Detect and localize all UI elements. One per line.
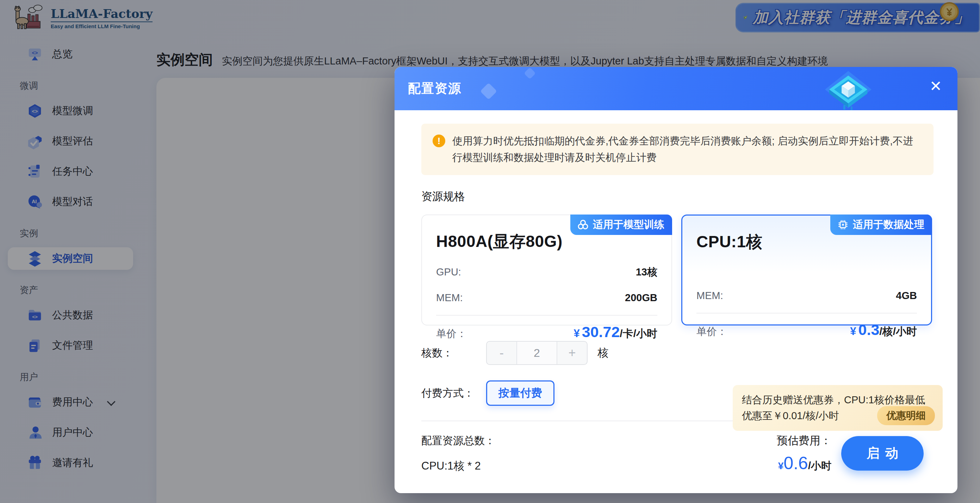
resource-total-label: 配置资源总数： <box>421 434 495 448</box>
price-value: ¥ 0.3 /核/小时 <box>850 321 917 339</box>
resource-card-cpu[interactable]: 适用于数据处理 CPU:1核 MEM: 4GB 单价： ¥ 0.3 /核/小时 <box>681 215 932 325</box>
spec-value: 4GB <box>896 290 917 301</box>
cube-platform-illustration-icon <box>804 70 892 110</box>
core-count-row: 核数： - 2 + 核 <box>421 341 934 365</box>
billing-notice: ! 使用算力时优先抵扣临期的代金券,代金券全部消费完毕后消费账户余额; 启动实例… <box>421 124 934 175</box>
close-icon[interactable]: ✕ <box>930 79 942 94</box>
resource-cards: 适用于模型训练 H800A(显存80G) GPU: 13核 MEM: 200GB… <box>421 215 934 325</box>
estimated-cost: 预估费用： ¥ 0.6 /小时 <box>777 433 831 473</box>
card-badge-label: 适用于模型训练 <box>593 218 664 232</box>
resource-total-value: CPU:1核 * 2 <box>421 458 495 473</box>
cpu-chip-icon <box>837 219 849 230</box>
price-unit: /卡/小时 <box>620 326 657 341</box>
start-button[interactable]: 启动 <box>841 436 924 471</box>
modal-body: ! 使用算力时优先抵扣临期的代金券,代金券全部消费完毕后消费账户余额; 启动实例… <box>395 110 958 473</box>
price-label: 单价： <box>697 325 727 339</box>
spec-value: 200GB <box>625 292 657 304</box>
configure-resources-modal: 配置资源 ✕ ! 使用算力时优先抵扣临期的代金券,代金券全部消费完毕后消费账户余… <box>395 67 958 493</box>
estimated-cost-label: 预估费用： <box>777 433 831 448</box>
gpu-cluster-icon <box>578 219 589 230</box>
card-badge-label: 适用于数据处理 <box>853 218 924 232</box>
spec-label: GPU: <box>436 266 461 278</box>
estimated-cost-amount: ¥ 0.6 /小时 <box>777 453 831 473</box>
card-price-row: 单价： ¥ 30.72 /卡/小时 <box>436 315 657 341</box>
core-count-value[interactable]: 2 <box>516 342 557 364</box>
core-count-unit: 核 <box>597 345 608 360</box>
increment-button[interactable]: + <box>557 342 587 364</box>
card-badge: 适用于模型训练 <box>570 215 672 235</box>
modal-header: 配置资源 ✕ <box>395 67 958 110</box>
core-count-label: 核数： <box>421 346 486 360</box>
card-price-row: 单价： ¥ 0.3 /核/小时 <box>697 314 917 339</box>
price-unit: /核/小时 <box>879 325 917 339</box>
currency-symbol: ¥ <box>850 325 856 338</box>
price-value: ¥ 30.72 /卡/小时 <box>573 323 657 341</box>
spec-label: MEM: <box>436 292 463 304</box>
payment-method-label: 付费方式： <box>421 386 486 401</box>
coupon-detail-button[interactable]: 优惠明细 <box>877 406 935 425</box>
warning-icon: ! <box>433 135 445 147</box>
currency-symbol: ¥ <box>573 327 579 340</box>
card-spec-row: MEM: 4GB <box>697 290 917 301</box>
card-spec-row: GPU: 13核 <box>436 265 657 279</box>
price-number: 0.3 <box>859 321 880 339</box>
resource-spec-label: 资源规格 <box>421 189 934 204</box>
pay-as-you-go-option[interactable]: 按量付费 <box>486 380 554 406</box>
currency-symbol: ¥ <box>778 460 784 472</box>
spec-value: 13核 <box>636 265 657 279</box>
modal-title: 配置资源 <box>408 80 461 97</box>
billing-notice-text: 使用算力时优先抵扣临期的代金券,代金券全部消费完毕后消费账户余额; 启动实例后立… <box>452 133 923 166</box>
card-badge: 适用于数据处理 <box>830 215 932 235</box>
coupon-banner: 结合历史赠送优惠券，CPU:1核价格最低优惠至￥0.01/核/小时 优惠明细 <box>733 385 943 431</box>
price-number: 30.72 <box>582 323 620 341</box>
estimated-cost-number: 0.6 <box>783 453 808 473</box>
card-spec-row: MEM: 200GB <box>436 292 657 304</box>
resource-total: 配置资源总数： CPU:1核 * 2 <box>421 434 495 473</box>
resource-card-h800a[interactable]: 适用于模型训练 H800A(显存80G) GPU: 13核 MEM: 200GB… <box>421 215 672 325</box>
core-count-stepper: - 2 + <box>486 341 587 365</box>
estimated-cost-unit: /小时 <box>808 459 831 473</box>
price-label: 单价： <box>436 327 467 341</box>
decorative-cube-icon <box>480 83 497 100</box>
spec-label: MEM: <box>697 290 723 301</box>
decorative-cube-icon <box>524 67 536 79</box>
decrement-button[interactable]: - <box>487 342 516 364</box>
